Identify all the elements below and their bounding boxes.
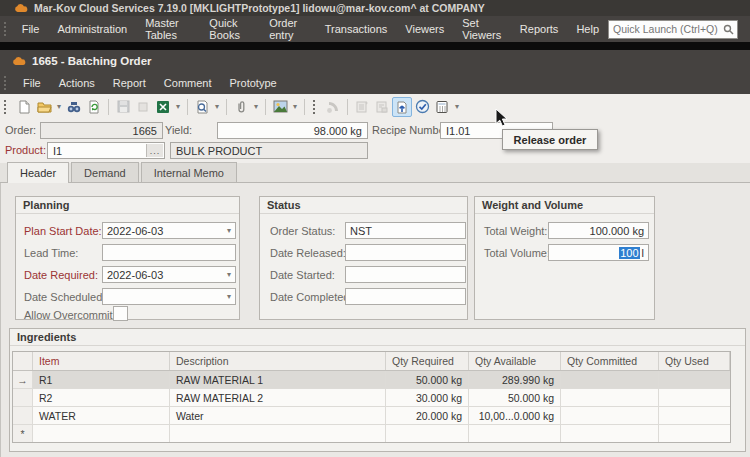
cell-item[interactable]: R2 bbox=[33, 389, 170, 406]
child-menu-file[interactable]: File bbox=[14, 74, 50, 92]
allow-overcommit-checkbox[interactable] bbox=[113, 306, 128, 321]
cell-qty-required[interactable] bbox=[386, 425, 469, 442]
lead-time-field[interactable] bbox=[102, 244, 236, 261]
plan-start-date-dropdown[interactable]: 2022-06-03 ▾ bbox=[102, 222, 236, 239]
search-icon bbox=[723, 24, 734, 35]
cell-qty-required[interactable]: 50.000 kg bbox=[386, 371, 469, 388]
quick-launch-input[interactable] bbox=[609, 23, 723, 35]
col-qty-required[interactable]: Qty Required bbox=[386, 352, 469, 370]
toolbar-separator bbox=[226, 99, 227, 115]
toolbar-grip-2[interactable] bbox=[313, 100, 319, 114]
quick-launch-box[interactable] bbox=[608, 20, 738, 39]
cell-description[interactable]: RAW MATERIAL 2 bbox=[170, 389, 386, 406]
cell-qty-committed[interactable] bbox=[561, 407, 659, 424]
attachment-icon[interactable] bbox=[231, 97, 251, 117]
menu-file[interactable]: File bbox=[13, 20, 49, 38]
tab-header[interactable]: Header bbox=[7, 162, 69, 183]
new-row[interactable]: * bbox=[13, 425, 730, 442]
product-field[interactable]: I1 ... bbox=[47, 142, 165, 159]
menu-master-tables[interactable]: Master Tables bbox=[136, 14, 200, 44]
calculator-icon[interactable] bbox=[432, 97, 452, 117]
toolbar-grip[interactable] bbox=[4, 100, 10, 114]
menu-transactions[interactable]: Transactions bbox=[316, 20, 397, 38]
menubar-grip[interactable] bbox=[4, 22, 9, 36]
child-menu-report[interactable]: Report bbox=[104, 74, 155, 92]
cell-qty-required[interactable]: 20.000 kg bbox=[386, 407, 469, 424]
child-menubar-grip[interactable] bbox=[4, 76, 10, 90]
cell-qty-committed[interactable] bbox=[561, 389, 659, 406]
refresh-document-icon[interactable] bbox=[84, 97, 104, 117]
product-description-value: BULK PRODUCT bbox=[176, 145, 262, 157]
date-required-dropdown[interactable]: 2022-06-03 ▾ bbox=[102, 266, 236, 283]
open-dropdown-caret[interactable]: ▾ bbox=[54, 102, 64, 111]
cell-qty-available[interactable]: 50.000 kg bbox=[469, 389, 561, 406]
toolbar-more-caret[interactable]: ▾ bbox=[452, 102, 462, 111]
chevron-down-icon[interactable]: ▾ bbox=[227, 292, 231, 301]
approve-check-icon[interactable] bbox=[412, 97, 432, 117]
chevron-down-icon[interactable]: ▾ bbox=[227, 226, 231, 235]
scroll-lock-icon bbox=[372, 97, 392, 117]
menu-viewers[interactable]: Viewers bbox=[396, 20, 453, 38]
cell-qty-available[interactable] bbox=[469, 425, 561, 442]
menu-order-entry[interactable]: Order entry bbox=[260, 14, 316, 44]
cell-qty-committed[interactable] bbox=[561, 371, 659, 388]
date-required-value: 2022-06-03 bbox=[107, 269, 163, 281]
total-weight-label: Total Weight: bbox=[484, 225, 547, 237]
total-volume-field[interactable]: 100 l bbox=[548, 244, 649, 261]
cell-qty-available[interactable]: 289.990 kg bbox=[469, 371, 561, 388]
order-value: 1665 bbox=[133, 125, 157, 137]
col-qty-used[interactable]: Qty Used bbox=[659, 352, 730, 370]
cell-qty-used[interactable] bbox=[659, 371, 730, 388]
total-weight-field[interactable]: 100.000 kg bbox=[548, 222, 649, 239]
cell-qty-used[interactable] bbox=[659, 407, 730, 424]
image-icon[interactable] bbox=[270, 97, 290, 117]
child-menu-comment[interactable]: Comment bbox=[155, 74, 221, 92]
date-scheduled-dropdown[interactable]: ▾ bbox=[102, 288, 236, 305]
menu-reports[interactable]: Reports bbox=[511, 20, 568, 38]
table-row[interactable]: → R1 RAW MATERIAL 1 50.000 kg 289.990 kg bbox=[13, 371, 730, 389]
cell-qty-used[interactable] bbox=[659, 425, 730, 442]
toolbar-separator bbox=[304, 99, 305, 115]
cell-description[interactable]: Water bbox=[170, 407, 386, 424]
menu-set-viewers[interactable]: Set Viewers bbox=[453, 14, 511, 44]
cell-description[interactable]: RAW MATERIAL 1 bbox=[170, 371, 386, 388]
tab-internal-memo[interactable]: Internal Memo bbox=[141, 162, 237, 182]
cell-item[interactable] bbox=[33, 425, 170, 442]
cell-description[interactable] bbox=[170, 425, 386, 442]
menu-help[interactable]: Help bbox=[567, 20, 608, 38]
print-preview-icon[interactable] bbox=[192, 97, 212, 117]
product-browse-button[interactable]: ... bbox=[146, 144, 163, 157]
image-dropdown-caret[interactable]: ▾ bbox=[290, 102, 300, 111]
ingredients-title: Ingredients bbox=[10, 329, 745, 346]
release-order-icon[interactable] bbox=[392, 97, 412, 117]
yield-field[interactable]: 98.000 kg bbox=[217, 122, 368, 139]
child-menu-actions[interactable]: Actions bbox=[50, 74, 104, 92]
col-qty-available[interactable]: Qty Available bbox=[469, 352, 561, 370]
attachment-dropdown-caret[interactable]: ▾ bbox=[251, 102, 261, 111]
child-menu-prototype[interactable]: Prototype bbox=[221, 74, 286, 92]
lead-time-label: Lead Time: bbox=[24, 247, 78, 259]
cell-item[interactable]: WATER bbox=[33, 407, 170, 424]
print-dropdown-caret[interactable]: ▾ bbox=[212, 102, 222, 111]
new-document-icon[interactable] bbox=[14, 97, 34, 117]
export-dropdown-caret[interactable]: ▾ bbox=[173, 102, 183, 111]
export-excel-icon[interactable] bbox=[153, 97, 173, 117]
open-folder-icon[interactable] bbox=[34, 97, 54, 117]
chevron-down-icon[interactable]: ▾ bbox=[227, 270, 231, 279]
find-icon[interactable] bbox=[64, 97, 84, 117]
date-started-field bbox=[345, 266, 466, 283]
order-field[interactable]: 1665 bbox=[40, 122, 163, 139]
col-description[interactable]: Description bbox=[170, 352, 386, 370]
tab-demand[interactable]: Demand bbox=[71, 162, 139, 182]
col-item[interactable]: Item bbox=[33, 352, 170, 370]
table-row[interactable]: R2 RAW MATERIAL 2 30.000 kg 50.000 kg bbox=[13, 389, 730, 407]
table-row[interactable]: WATER Water 20.000 kg 10,00...0.000 kg bbox=[13, 407, 730, 425]
cell-item[interactable]: R1 bbox=[33, 371, 170, 388]
col-qty-committed[interactable]: Qty Committed bbox=[561, 352, 659, 370]
menu-administration[interactable]: Administration bbox=[48, 20, 136, 38]
cell-qty-required[interactable]: 30.000 kg bbox=[386, 389, 469, 406]
menu-quick-books[interactable]: Quick Books bbox=[200, 14, 260, 44]
cell-qty-committed[interactable] bbox=[561, 425, 659, 442]
cell-qty-used[interactable] bbox=[659, 389, 730, 406]
cell-qty-available[interactable]: 10,00...0.000 kg bbox=[469, 407, 561, 424]
